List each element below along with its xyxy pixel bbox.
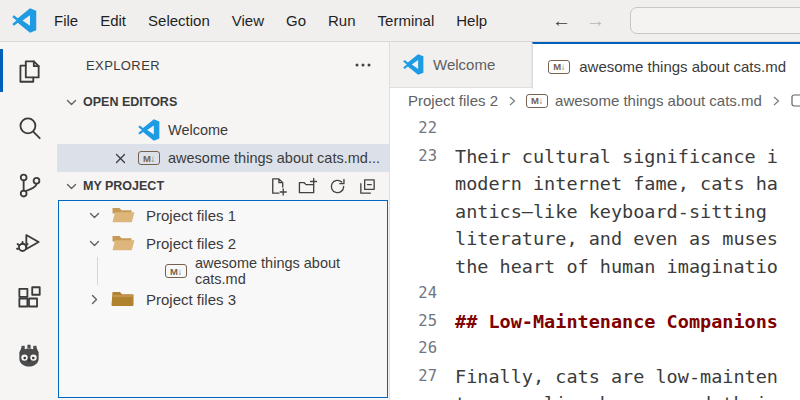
open-editors-label: OPEN EDITORS — [83, 95, 177, 109]
refresh-icon[interactable] — [328, 177, 347, 196]
vscode-logo-icon — [12, 8, 37, 33]
open-editors-header[interactable]: OPEN EDITORS — [57, 88, 389, 116]
code-line: to sprawling homes, and their — [390, 390, 800, 400]
breadcrumb-item[interactable] — [790, 93, 800, 108]
files-icon — [14, 56, 44, 86]
breadcrumb-item[interactable]: Project files 2 — [408, 92, 498, 109]
code-line: modern internet fame, cats ha — [390, 170, 800, 198]
search-icon — [14, 113, 44, 143]
code-text: Finally, cats are low-mainten — [455, 363, 778, 391]
breadcrumb-label: Project files 2 — [408, 92, 498, 109]
line-number — [390, 198, 437, 226]
title-bar: FileEditSelectionViewGoRunTerminalHelp ←… — [0, 0, 800, 42]
menu-run[interactable]: Run — [317, 0, 367, 41]
chevron-down-icon — [87, 208, 102, 223]
vscode-icon — [138, 119, 160, 141]
menu-edit[interactable]: Edit — [89, 0, 137, 41]
markdown-icon: M↓ — [548, 60, 570, 74]
code-text: ## Low-Maintenance Companions — [455, 308, 778, 336]
new-folder-icon[interactable] — [298, 177, 317, 196]
code-text: modern internet fame, cats ha — [455, 170, 778, 198]
forward-icon[interactable]: → — [586, 11, 605, 30]
crumb-sep-icon — [770, 95, 782, 107]
command-center-search[interactable] — [630, 7, 800, 34]
line-number — [390, 225, 437, 253]
tree-item[interactable]: Project files 3 — [59, 285, 387, 313]
menu-selection[interactable]: Selection — [137, 0, 221, 41]
vscode-window: FileEditSelectionViewGoRunTerminalHelp ←… — [0, 0, 800, 400]
close-icon[interactable] — [113, 151, 128, 166]
indent-guide — [97, 257, 98, 285]
tree-item-label: awesome things about cats.md — [195, 255, 387, 287]
activitybar-extensions[interactable] — [0, 270, 57, 327]
project-section-label: MY PROJECT — [83, 179, 164, 193]
new-file-icon[interactable] — [268, 177, 287, 196]
code-text: antics—like keyboard-sitting — [455, 198, 778, 226]
activity-bar — [0, 42, 57, 400]
extensions-icon — [14, 284, 44, 314]
menu-bar: FileEditSelectionViewGoRunTerminalHelp — [43, 0, 498, 41]
line-number: 23 — [390, 143, 437, 171]
more-actions-icon[interactable] — [353, 55, 373, 75]
folder-open-icon — [111, 205, 136, 225]
breadcrumb-item[interactable]: M↓awesome things about cats.md — [526, 92, 762, 109]
explorer-sidebar: EXPLORER OPEN EDITORS WelcomeM↓awesome t… — [57, 42, 390, 400]
code-line: the heart of human imaginatio — [390, 253, 800, 281]
tab-label: Welcome — [433, 56, 495, 73]
file-tree: Project files 1Project files 2M↓awesome … — [58, 200, 388, 398]
vscode-icon — [403, 54, 424, 75]
collapse-all-icon[interactable] — [358, 177, 377, 196]
open-editor-item[interactable]: M↓awesome things about cats.md... — [57, 144, 389, 172]
activitybar-run-debug[interactable] — [0, 213, 57, 270]
activitybar-search[interactable] — [0, 99, 57, 156]
breadcrumb: Project files 2M↓awesome things about ca… — [390, 88, 800, 113]
tab-welcome[interactable]: Welcome — [390, 42, 532, 87]
tree-item-label: Project files 2 — [146, 235, 236, 252]
history-nav: ← → — [552, 0, 605, 41]
code-text: to sprawling homes, and their — [455, 390, 778, 400]
code-line: 22 — [390, 115, 800, 143]
editor-content[interactable]: 2223Their cultural significance imodern … — [390, 113, 800, 400]
chevron-down-icon — [64, 95, 79, 110]
project-section-header[interactable]: MY PROJECT — [57, 172, 389, 200]
code-line: 25## Low-Maintenance Companions — [390, 308, 800, 336]
markdown-icon: M↓ — [165, 264, 187, 278]
code-text: literature, and even as muses — [455, 225, 778, 253]
breadcrumb-label: awesome things about cats.md — [555, 92, 762, 109]
code-text: the heart of human imaginatio — [455, 253, 778, 281]
open-editors-list: WelcomeM↓awesome things about cats.md... — [57, 116, 389, 172]
folder-open-icon — [111, 233, 136, 253]
open-editor-item[interactable]: Welcome — [57, 116, 389, 144]
godot-icon — [14, 341, 44, 371]
activitybar-godot[interactable] — [0, 327, 57, 384]
menu-help[interactable]: Help — [445, 0, 498, 41]
tree-item[interactable]: Project files 1 — [59, 201, 387, 229]
sidebar-title: EXPLORER — [86, 58, 160, 73]
tree-item-label: Project files 1 — [146, 207, 236, 224]
line-number — [390, 170, 437, 198]
folder-closed-icon — [111, 289, 136, 309]
tab-awesome-things-about-cats-md[interactable]: M↓awesome things about cats.md — [532, 42, 800, 89]
menu-view[interactable]: View — [221, 0, 275, 41]
chevron-down-icon — [64, 179, 79, 194]
line-number — [390, 253, 437, 281]
menu-go[interactable]: Go — [275, 0, 317, 41]
tree-item[interactable]: Project files 2 — [59, 229, 387, 257]
chevron-down-icon — [87, 236, 102, 251]
activitybar-explorer[interactable] — [0, 42, 57, 99]
sidebar-header: EXPLORER — [57, 42, 389, 88]
line-number: 24 — [390, 280, 437, 308]
line-number — [390, 390, 437, 400]
open-editor-label: awesome things about cats.md... — [168, 150, 380, 166]
markdown-icon: M↓ — [526, 94, 548, 108]
tree-item[interactable]: M↓awesome things about cats.md — [59, 257, 387, 285]
menu-file[interactable]: File — [43, 0, 89, 41]
back-icon[interactable]: ← — [552, 11, 571, 30]
activitybar-source-control[interactable] — [0, 156, 57, 213]
code-line: literature, and even as muses — [390, 225, 800, 253]
editor-tab-bar: WelcomeM↓awesome things about cats.md — [390, 42, 800, 88]
line-number: 22 — [390, 115, 437, 143]
line-number: 25 — [390, 308, 437, 336]
menu-terminal[interactable]: Terminal — [367, 0, 446, 41]
crumb-sep-icon — [506, 95, 518, 107]
